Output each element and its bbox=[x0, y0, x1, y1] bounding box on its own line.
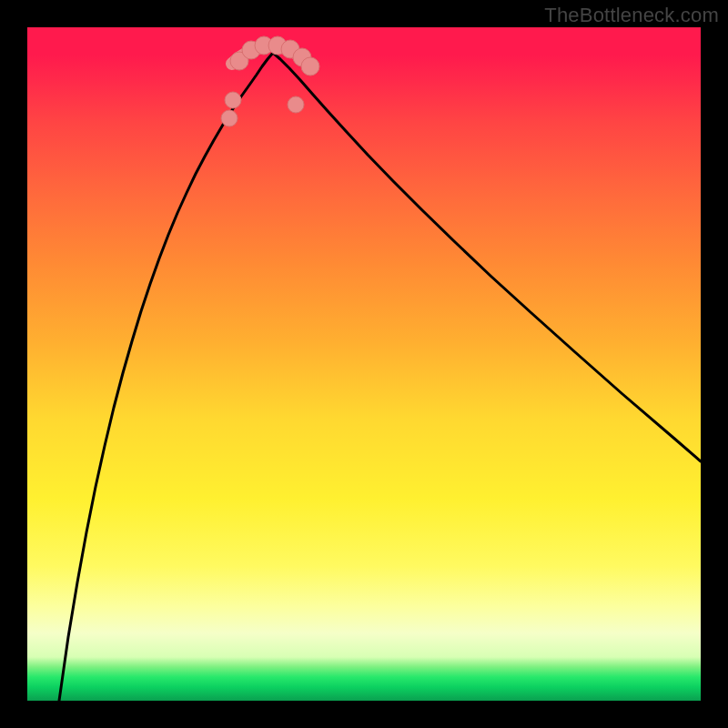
plot-area bbox=[27, 27, 701, 701]
data-marker bbox=[301, 57, 319, 76]
data-marker bbox=[288, 96, 304, 113]
marker-group bbox=[221, 36, 319, 126]
watermark-text: TheBottleneck.com bbox=[544, 4, 719, 27]
curve-right bbox=[273, 53, 701, 461]
chart-svg bbox=[27, 27, 701, 701]
data-marker bbox=[225, 92, 241, 108]
outer-frame: TheBottleneck.com bbox=[0, 0, 728, 728]
data-marker bbox=[221, 110, 238, 126]
curve-left bbox=[59, 53, 273, 701]
